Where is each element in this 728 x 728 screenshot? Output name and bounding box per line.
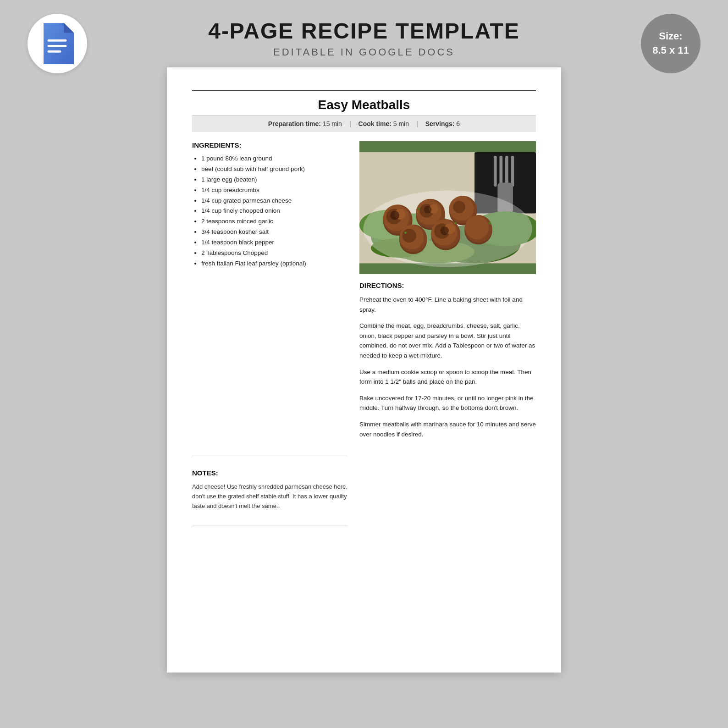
list-item: 1/4 cup finely chopped onion [201,207,348,215]
direction-3: Use a medium cookie scoop or spoon to sc… [359,367,536,387]
notes-col: NOTES: Add cheese! Use freshly shredded … [192,464,348,534]
list-item: 1 pound 80% lean ground [201,154,348,163]
servings: Servings: 6 [425,120,460,127]
main-content: INGREDIENTS: 1 pound 80% lean ground bee… [192,141,536,446]
meta-bar: Preparation time: 15 min | Cook time: 5 … [192,116,536,132]
bottom-area: NOTES: Add cheese! Use freshly shredded … [192,464,536,534]
list-item: 1/4 cup breadcrumbs [201,186,348,195]
list-item: fresh Italian Flat leaf parsley (optiona… [201,259,348,268]
header-text: 4-PAGE RECIPE TEMPLATE EDITABLE IN GOOGL… [28,18,700,58]
left-column: INGREDIENTS: 1 pound 80% lean ground bee… [192,141,348,446]
divider-1 [192,455,348,455]
header-area: 4-PAGE RECIPE TEMPLATE EDITABLE IN GOOGL… [0,0,728,67]
svg-point-47 [454,222,457,224]
svg-point-49 [489,222,491,224]
recipe-title: Easy Meatballs [192,98,536,112]
svg-point-44 [424,206,432,214]
google-docs-icon [28,14,87,73]
list-item: 1 large egg (beaten) [201,176,348,184]
svg-rect-2 [47,50,61,53]
direction-2: Combine the meat, egg, breadcrumbs, chee… [359,321,536,360]
cook-time: Cook time: 5 min [358,120,409,127]
list-item: beef (could sub with half ground pork) [201,165,348,174]
svg-point-48 [404,232,407,234]
svg-rect-0 [47,39,66,42]
notes-heading: NOTES: [192,469,348,477]
list-item: 3/4 teaspoon kosher salt [201,228,348,237]
size-badge: Size: 8.5 x 11 [641,14,700,73]
google-docs-svg [39,23,76,64]
meatball-image-svg [359,141,536,274]
notes-text: Add cheese! Use freshly shredded parmesa… [192,482,348,511]
page-wrapper: 4-PAGE RECIPE TEMPLATE EDITABLE IN GOOGL… [0,0,728,728]
svg-rect-1 [47,45,66,47]
divider-2 [192,525,348,525]
direction-4: Bake uncovered for 17-20 minutes, or unt… [359,393,536,413]
ingredients-list: 1 pound 80% lean ground beef (could sub … [192,154,348,268]
right-column: DIRECTIONS: Preheat the oven to 400°F. L… [359,141,536,446]
main-title: 4-PAGE RECIPE TEMPLATE [28,18,700,44]
recipe-image [359,141,536,274]
ingredients-heading: INGREDIENTS: [192,141,348,149]
direction-5: Simmer meatballs with marinara sauce for… [359,419,536,439]
subtitle: EDITABLE IN GOOGLE DOCS [28,46,700,58]
svg-rect-5 [494,156,497,187]
separator-1: | [349,120,351,127]
recipe-title-section: Easy Meatballs [192,90,536,116]
svg-point-34 [403,229,416,243]
svg-rect-7 [505,156,508,187]
directions-section: DIRECTIONS: Preheat the oven to 400°F. L… [359,281,536,439]
document-card: Easy Meatballs Preparation time: 15 min … [167,67,561,673]
svg-rect-6 [499,156,502,187]
svg-point-46 [418,208,420,210]
prep-time: Preparation time: 15 min [268,120,342,127]
svg-point-30 [453,201,465,213]
size-badge-text: Size: 8.5 x 11 [652,29,689,58]
direction-1: Preheat the oven to 400°F. Line a baking… [359,295,536,314]
directions-spacer [359,464,536,534]
list-item: 1/4 teaspoon black pepper [201,238,348,247]
separator-2: | [416,120,418,127]
svg-rect-8 [511,156,514,187]
list-item: 2 teaspoons minced garlic [201,217,348,226]
svg-point-43 [390,211,399,220]
directions-heading: DIRECTIONS: [359,281,536,289]
list-item: 1/4 cup grated parmesan cheese [201,197,348,205]
svg-point-42 [465,216,489,240]
list-item: 2 Tablespoons Chopped [201,249,348,258]
notes-section: NOTES: Add cheese! Use freshly shredded … [192,469,348,511]
svg-point-45 [441,226,449,235]
